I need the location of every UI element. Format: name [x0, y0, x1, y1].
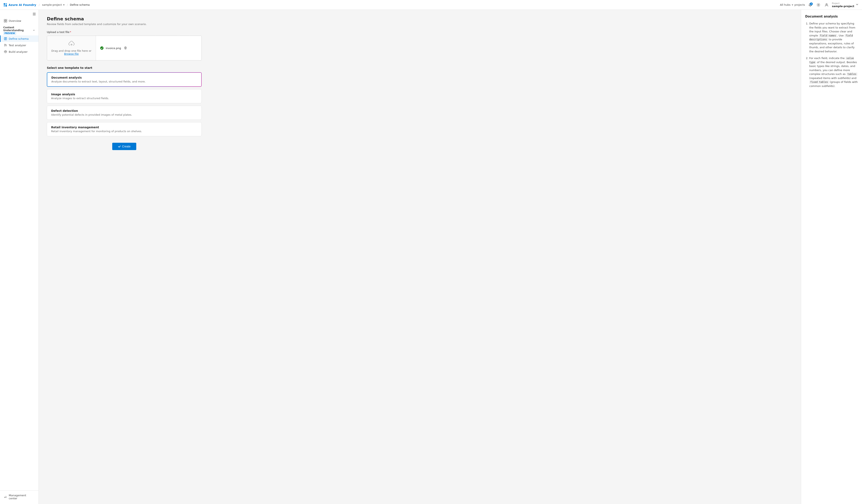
upload-check-icon	[100, 46, 104, 50]
template-card-desc-image-analysis: Analyze images to extract structured fie…	[51, 97, 197, 100]
template-section-label: Select one template to start	[47, 66, 793, 69]
template-card-title-document-analysis: Document analysis	[51, 76, 197, 79]
code-field-names: field names	[819, 34, 837, 37]
template-card-image-analysis[interactable]: Image analysisAnalyze images to extract …	[47, 89, 202, 103]
sidebar-section-chevron[interactable]	[32, 29, 35, 32]
project-label: Project	[832, 2, 854, 5]
sidebar-item-overview[interactable]: Overview	[0, 17, 39, 24]
notification-badge: 1	[810, 2, 813, 5]
svg-rect-6	[33, 13, 36, 13]
uploaded-file-name: invoice.png	[106, 47, 121, 50]
upload-area: Drag and drop one file here or Browse fi…	[47, 36, 202, 61]
svg-point-18	[100, 47, 103, 50]
sidebar-preview-badge: PREVIEW	[3, 32, 16, 35]
notification-icon[interactable]: 1	[807, 2, 813, 8]
sidebar-item-test-analyzer[interactable]: Test analyzer	[0, 42, 39, 49]
layout: Overview Content Understanding PREVIEW D…	[0, 10, 862, 504]
template-card-desc-document-analysis: Analyze documents to extract text, layou…	[51, 80, 197, 83]
svg-rect-0	[4, 3, 5, 5]
svg-point-5	[826, 3, 827, 5]
sidebar-item-label-define-schema: Define schema	[9, 37, 28, 40]
upload-section-label: Upload a test file*	[47, 30, 793, 34]
template-card-defect-detection[interactable]: Defect detectionIdentify potential defec…	[47, 106, 202, 120]
azure-ai-foundry-logo[interactable]: Azure AI Foundry	[3, 3, 36, 7]
page-subtitle: Review fields from selected template and…	[47, 23, 793, 26]
sidebar-bottom: Management center	[0, 490, 39, 502]
svg-rect-7	[33, 14, 36, 14]
upload-dropzone[interactable]: Drag and drop one file here or Browse fi…	[47, 36, 96, 60]
svg-rect-2	[4, 5, 5, 6]
help-panel-step-2: For each field, indicate the value type …	[809, 56, 858, 88]
all-hubs-link[interactable]: All hubs + projects	[780, 3, 805, 6]
browse-file-link[interactable]: Browse file	[64, 52, 79, 55]
help-panel-steps: Define your schema by specifying the fie…	[805, 22, 858, 88]
svg-rect-10	[6, 19, 7, 21]
template-card-retail-inventory[interactable]: Retail inventory managementRetail invent…	[47, 122, 202, 136]
sidebar-item-label-build-analyzer: Build analyzer	[9, 50, 27, 53]
help-panel-step-1: Define your schema by specifying the fie…	[809, 22, 858, 53]
template-card-document-analysis[interactable]: Document analysisAnalyze documents to ex…	[47, 72, 202, 87]
sidebar-toggle[interactable]	[0, 12, 39, 17]
create-button[interactable]: Create	[112, 143, 136, 150]
sidebar: Overview Content Understanding PREVIEW D…	[0, 10, 39, 504]
code-fixed-tables: fixed tables	[809, 80, 829, 84]
breadcrumb-separator-1: /	[39, 3, 40, 6]
template-card-title-retail-inventory: Retail inventory management	[51, 125, 197, 129]
topbar: Azure AI Foundry / sample-project / Defi…	[0, 0, 862, 10]
svg-rect-9	[4, 19, 5, 21]
help-panel: Document analysis Define your schema by …	[801, 10, 862, 504]
sidebar-section-content-understanding: Content Understanding PREVIEW	[0, 24, 39, 36]
sidebar-section-title: Content Understanding	[3, 26, 32, 32]
delete-file-icon[interactable]	[124, 47, 127, 50]
topbar-right: All hubs + projects 1 Project sample-pro…	[780, 2, 859, 8]
template-card-title-image-analysis: Image analysis	[51, 93, 197, 96]
upload-preview: invoice.png	[96, 36, 201, 60]
svg-rect-1	[5, 3, 7, 5]
svg-rect-11	[4, 21, 5, 22]
sidebar-item-define-schema[interactable]: Define schema	[0, 36, 39, 42]
templates-list: Document analysisAnalyze documents to ex…	[47, 72, 202, 136]
template-card-desc-retail-inventory: Retail inventory management for monitori…	[51, 130, 197, 133]
svg-rect-8	[33, 15, 36, 15]
template-card-desc-defect-detection: Identify potential defects in provided i…	[51, 113, 197, 116]
svg-point-4	[818, 4, 819, 5]
project-info: Project sample-project	[832, 2, 859, 8]
breadcrumb-separator-2: /	[67, 3, 68, 6]
breadcrumb-current: Define schema	[70, 3, 90, 6]
user-avatar[interactable]	[824, 2, 830, 8]
topbar-left: Azure AI Foundry / sample-project / Defi…	[3, 3, 90, 7]
svg-rect-3	[5, 5, 7, 6]
sidebar-item-label-overview: Overview	[9, 19, 21, 23]
help-panel-title: Document analysis	[805, 15, 858, 18]
breadcrumb: sample-project / Define schema	[42, 3, 90, 6]
page-title: Define schema	[47, 16, 793, 22]
project-dropdown-icon[interactable]	[856, 3, 859, 7]
create-check-icon	[118, 145, 121, 148]
main-content: Define schema Review fields from selecte…	[39, 10, 801, 504]
sidebar-item-management-center[interactable]: Management center	[0, 492, 39, 502]
upload-dropzone-text: Drag and drop one file here or	[51, 49, 91, 52]
settings-icon[interactable]	[815, 2, 821, 8]
project-name: sample-project	[832, 5, 854, 8]
create-button-area: Create	[47, 136, 202, 153]
svg-rect-12	[6, 21, 7, 22]
sidebar-item-label-test-analyzer: Test analyzer	[9, 44, 26, 47]
code-value-type: value type	[809, 57, 854, 64]
content-area: Define schema Review fields from selecte…	[39, 10, 862, 504]
template-card-title-defect-detection: Defect detection	[51, 109, 197, 112]
breadcrumb-project[interactable]: sample-project	[42, 3, 65, 6]
sidebar-item-build-analyzer[interactable]: Build analyzer	[0, 49, 39, 55]
code-tables: tables	[847, 72, 857, 76]
upload-cloud-icon	[68, 41, 75, 47]
sidebar-item-label-management-center: Management center	[9, 494, 35, 500]
